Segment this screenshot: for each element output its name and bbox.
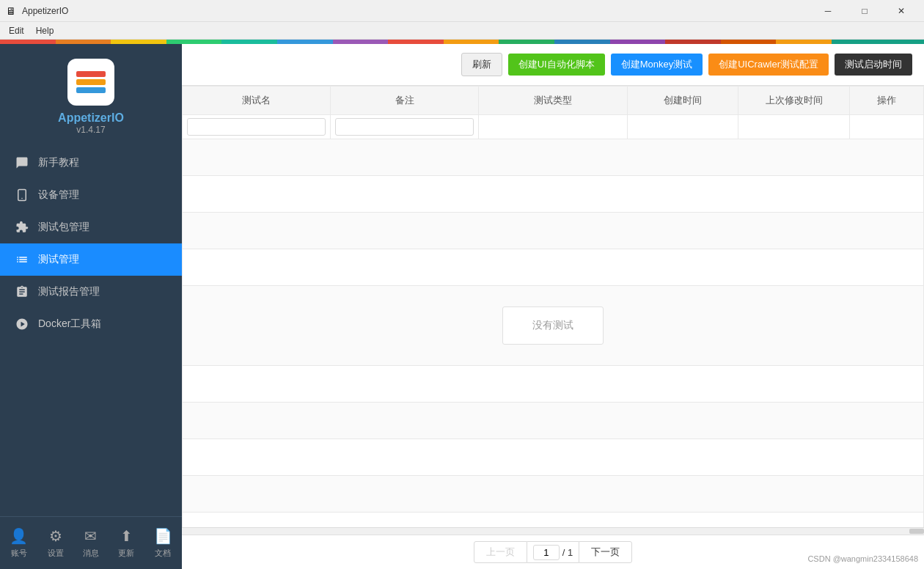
table-header-row: 测试名 备注 测试类型 创建时间 上次修改时间 操作 <box>183 87 924 115</box>
filter-created-cell <box>627 115 738 139</box>
toolbar: 刷新 创建UI自动化脚本 创建Monkey测试 创建UICrawler测试配置 … <box>182 44 924 86</box>
footer-settings[interactable]: ⚙ 设置 <box>42 524 70 562</box>
list-icon <box>15 252 29 267</box>
empty-message-row: 没有测试 <box>183 286 924 366</box>
docs-icon: 📄 <box>154 527 172 545</box>
pagination: 上一页 / 1 下一页 <box>182 535 924 569</box>
empty-row-5 <box>183 366 924 403</box>
test-table: 测试名 备注 测试类型 创建时间 上次修改时间 操作 <box>182 86 924 527</box>
sidebar-item-report[interactable]: 测试报告管理 <box>0 276 182 308</box>
filter-type-cell <box>479 115 627 139</box>
docker-icon <box>15 317 29 331</box>
footer-messages[interactable]: ✉ 消息 <box>77 524 105 562</box>
col-name: 测试名 <box>183 87 331 115</box>
menu-edit[interactable]: Edit <box>3 24 30 37</box>
table-container: 测试名 备注 测试类型 创建时间 上次修改时间 操作 <box>182 86 924 527</box>
col-note: 备注 <box>331 87 479 115</box>
menu-help[interactable]: Help <box>30 24 60 37</box>
create-crawler-button[interactable]: 创建UICrawler测试配置 <box>708 54 829 76</box>
filter-name-cell <box>183 115 331 139</box>
empty-message-cell: 没有测试 <box>183 286 924 366</box>
account-label: 账号 <box>11 548 27 559</box>
sidebar-logo: AppetizerIO v1.4.17 <box>0 44 182 147</box>
main-content: 刷新 创建UI自动化脚本 创建Monkey测试 创建UICrawler测试配置 … <box>182 44 924 569</box>
footer-docs[interactable]: 📄 文档 <box>148 524 178 562</box>
package-label: 测试包管理 <box>38 221 89 234</box>
minimize-button[interactable]: ─ <box>811 0 845 22</box>
sidebar-item-tutorial[interactable]: 新手教程 <box>0 147 182 179</box>
test-start-button[interactable]: 测试启动时间 <box>835 54 912 76</box>
prev-page-button[interactable]: 上一页 <box>474 541 527 563</box>
empty-row-8 <box>183 476 924 513</box>
sidebar: AppetizerIO v1.4.17 新手教程 <box>0 44 182 569</box>
titlebar-controls: ─ □ ✕ <box>811 0 918 22</box>
create-monkey-button[interactable]: 创建Monkey测试 <box>611 54 703 76</box>
sidebar-item-package[interactable]: 测试包管理 <box>0 211 182 243</box>
docs-label: 文档 <box>155 548 171 559</box>
filter-note-input[interactable] <box>335 118 474 136</box>
footer-account[interactable]: 👤 账号 <box>4 524 34 562</box>
empty-row-1 <box>183 139 924 176</box>
titlebar: 🖥 AppetizerIO ─ □ ✕ <box>0 0 924 22</box>
svg-point-4 <box>21 198 23 199</box>
sidebar-footer: 👤 账号 ⚙ 设置 ✉ 消息 ⬆ 更新 📄 文档 <box>0 516 182 569</box>
empty-message: 没有测试 <box>532 319 573 331</box>
page-number-input[interactable] <box>533 545 560 560</box>
page-input-wrap: / 1 <box>527 541 579 563</box>
menubar: Edit Help <box>0 22 924 40</box>
scrollbar-thumb[interactable] <box>909 529 924 534</box>
puzzle-icon <box>15 220 29 235</box>
create-ui-button[interactable]: 创建UI自动化脚本 <box>508 54 605 76</box>
next-page-button[interactable]: 下一页 <box>579 541 632 563</box>
logo-name: AppetizerIO <box>58 111 124 125</box>
col-type: 测试类型 <box>479 87 627 115</box>
col-modified: 上次修改时间 <box>738 87 850 115</box>
filter-modified-cell <box>738 115 850 139</box>
svg-rect-1 <box>76 79 106 85</box>
update-icon: ⬆ <box>120 527 133 545</box>
empty-row-3 <box>183 213 924 249</box>
sidebar-item-docker[interactable]: Docker工具箱 <box>0 308 182 340</box>
update-label: 更新 <box>118 548 134 559</box>
close-button[interactable]: ✕ <box>884 0 918 22</box>
filter-note-cell <box>331 115 479 139</box>
footer-update[interactable]: ⬆ 更新 <box>112 524 140 562</box>
test-label: 测试管理 <box>38 253 79 266</box>
table-body: 没有测试 <box>183 115 924 528</box>
col-actions: 操作 <box>849 87 923 115</box>
titlebar-title: AppetizerIO <box>22 6 805 16</box>
sidebar-nav: 新手教程 设备管理 测试包管理 <box>0 147 182 516</box>
tutorial-label: 新手教程 <box>38 156 79 169</box>
filter-row <box>183 115 924 139</box>
empty-row-2 <box>183 176 924 213</box>
empty-row-9 <box>183 513 924 528</box>
svg-rect-0 <box>76 71 106 77</box>
docker-label: Docker工具箱 <box>38 317 101 331</box>
horizontal-scrollbar[interactable] <box>182 527 924 535</box>
logo-version: v1.4.17 <box>76 125 105 135</box>
sidebar-item-test[interactable]: 测试管理 <box>0 243 182 276</box>
page-total: / 1 <box>562 547 573 558</box>
logo-icon <box>67 59 114 106</box>
empty-row-6 <box>183 403 924 439</box>
chat-icon <box>15 155 29 170</box>
filter-name-input[interactable] <box>187 118 326 136</box>
messages-icon: ✉ <box>84 527 97 545</box>
account-icon: 👤 <box>10 527 28 545</box>
sidebar-item-device[interactable]: 设备管理 <box>0 179 182 211</box>
titlebar-icon: 🖥 <box>6 5 16 17</box>
messages-label: 消息 <box>83 548 99 559</box>
settings-icon: ⚙ <box>49 527 62 545</box>
maximize-button[interactable]: □ <box>848 0 881 22</box>
empty-row-4 <box>183 249 924 286</box>
clipboard-icon <box>15 284 29 299</box>
device-icon <box>15 188 29 202</box>
svg-rect-2 <box>76 87 106 93</box>
report-label: 测试报告管理 <box>38 285 100 298</box>
empty-row-7 <box>183 439 924 476</box>
settings-label: 设置 <box>48 548 64 559</box>
app-body: AppetizerIO v1.4.17 新手教程 <box>0 44 924 569</box>
device-label: 设备管理 <box>38 188 79 202</box>
refresh-button[interactable]: 刷新 <box>461 53 502 76</box>
col-created: 创建时间 <box>627 87 738 115</box>
